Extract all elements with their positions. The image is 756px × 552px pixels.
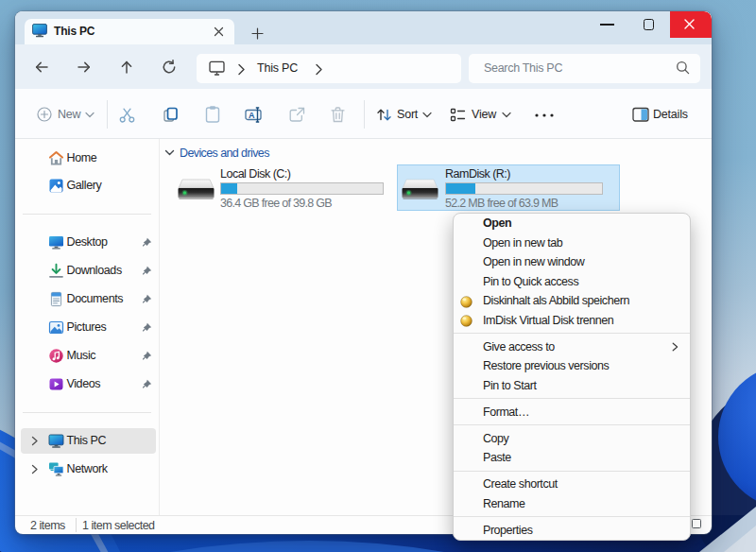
svg-text:A: A <box>249 111 255 120</box>
